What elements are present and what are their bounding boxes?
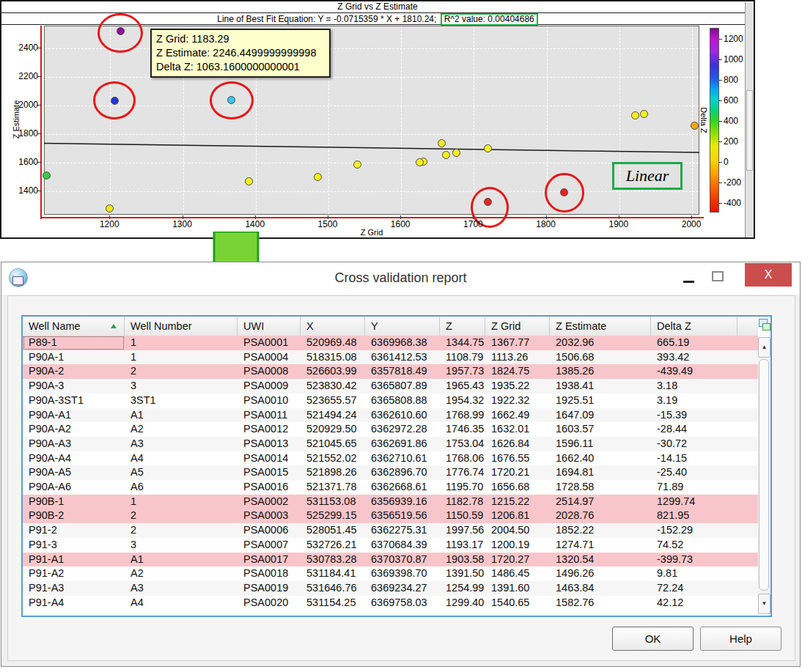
table-header-z-grid[interactable]: Z Grid: [485, 317, 550, 336]
table-cell: PSA0004: [238, 350, 301, 365]
table-header-x[interactable]: X: [301, 317, 365, 336]
annotation-circle-P90B-1: [98, 13, 143, 53]
table-cell: PSA0001: [238, 336, 301, 350]
scatter-point-P90A-1[interactable]: [43, 171, 51, 180]
scroll-down-button[interactable]: ▼: [758, 594, 770, 614]
table-cell: 1720.21: [485, 465, 550, 480]
table-header-delta-z[interactable]: Delta Z: [651, 317, 737, 336]
table-header-well-number[interactable]: Well Number: [125, 317, 238, 336]
ok-button[interactable]: OK: [612, 627, 694, 651]
colorbar-tick-mark: [719, 39, 722, 40]
gridline-horizontal: [45, 77, 699, 78]
table-cell: 1496.26: [550, 566, 651, 581]
table-cell: 521045.65: [301, 437, 365, 451]
table-cell: 1753.04: [440, 437, 485, 451]
table-options-icon-front: [762, 323, 770, 331]
scatter-point-P90A-A1[interactable]: [442, 151, 450, 159]
table-row-P90A-A6[interactable]: P90A-A6A6PSA0016521371.786362668.611195.…: [23, 480, 758, 495]
table-row-P91-A1[interactable]: P91-A1A1PSA0017530783.286370370.871903.5…: [23, 553, 758, 567]
table-row-P91-A2[interactable]: P91-A2A2PSA0018531184.416369398.701391.5…: [23, 566, 758, 581]
table-row-P90A-A3[interactable]: P90A-A3A3PSA0013521045.656362691.861753.…: [23, 437, 758, 451]
table-cell: 1954.32: [440, 394, 485, 408]
scrollbar-thumb[interactable]: [759, 359, 769, 591]
table-cell: 821.95: [651, 509, 737, 523]
table-cell: 1: [125, 336, 238, 350]
table-row-P90A-3[interactable]: P90A-33PSA0009523830.426365807.891965.43…: [23, 379, 758, 394]
scatter-point-P90A-3[interactable]: [640, 110, 648, 118]
table-header-y[interactable]: Y: [365, 317, 440, 336]
table-cell: P90A-2: [23, 364, 125, 379]
minimize-icon: [683, 281, 694, 283]
table-cell: PSA0002: [238, 495, 301, 509]
scatter-point-P90A-A4[interactable]: [452, 149, 460, 157]
table-cell: 1344.75: [440, 336, 485, 350]
scatter-point-P90A-A5[interactable]: [484, 144, 492, 152]
table-cell: A6: [125, 480, 238, 495]
table-cell: 1: [125, 350, 238, 365]
table-cell: 523830.42: [301, 379, 365, 394]
table-row-P90B-2[interactable]: P90B-22PSA0003525299.156356519.561150.59…: [23, 509, 758, 523]
colorbar-tick-label: 200: [724, 136, 738, 147]
table-header-uwi[interactable]: UWI: [238, 317, 301, 336]
close-button[interactable]: X: [745, 263, 792, 287]
table-row-P90B-1[interactable]: P90B-11PSA0002531153.086356939.161182.78…: [23, 495, 758, 509]
table-cell: 1582.76: [550, 596, 651, 610]
scatter-point-P91-A2[interactable]: [314, 173, 322, 181]
table-header-z[interactable]: Z: [440, 317, 485, 336]
table-cell: 71.89: [651, 480, 737, 495]
table-row-P90A-A4[interactable]: P90A-A4A4PSA0014521552.026362710.611768.…: [23, 451, 758, 466]
table-cell: 1486.45: [485, 566, 550, 581]
table-cell: 6370684.39: [365, 538, 440, 553]
table-row-P89-1[interactable]: P89-11PSA0001520969.486369968.381344.751…: [23, 336, 758, 350]
scatter-point-P90A-3ST1[interactable]: [631, 111, 639, 119]
scatter-point-P91-A4[interactable]: [353, 160, 361, 169]
table-cell: 1957.73: [440, 364, 485, 379]
dialog-titlebar[interactable]: Cross validation report X: [1, 262, 800, 295]
table-row-P91-2[interactable]: P91-22PSA0006528051.456362275.311997.562…: [23, 523, 758, 538]
table-cell: P89-1: [23, 336, 125, 350]
table-row-P90A-A2[interactable]: P90A-A2A2PSA0012520929.506362972.281746.…: [23, 422, 758, 437]
chart-scrollbar-thumb[interactable]: [746, 90, 753, 171]
gridline-horizontal: [45, 48, 699, 49]
y-tick-label: 2200: [10, 71, 38, 81]
table-header-z-estimate[interactable]: Z Estimate: [550, 317, 651, 336]
table-cell: 6362972.28: [365, 422, 440, 437]
chart-scrollbar[interactable]: [745, 2, 754, 237]
maximize-button[interactable]: [707, 267, 727, 287]
table-row-P91-A4[interactable]: P91-A4A4PSA0020531154.256369758.031299.4…: [23, 596, 758, 610]
maximize-icon: [712, 271, 724, 281]
tooltip-delta-z: Delta Z: 1063.1600000000001: [156, 60, 325, 74]
table-row-P91-3[interactable]: P91-33PSA0007532726.216370684.391193.171…: [23, 538, 758, 553]
gridline-horizontal: [45, 134, 699, 135]
gridline-vertical: [692, 26, 693, 214]
table-cell: 1320.54: [550, 553, 651, 567]
table-row-P90A-2[interactable]: P90A-22PSA0008526603.996357818.491957.73…: [23, 364, 758, 379]
table-cell: 1206.81: [485, 509, 550, 523]
colorbar-tick-mark: [719, 203, 722, 204]
scrollbar-track[interactable]: [758, 358, 770, 594]
table-cell: -25.40: [651, 465, 737, 480]
scatter-point-P91-3[interactable]: [106, 204, 114, 213]
table-row-P90A-1[interactable]: P90A-11PSA0004518315.086361412.531108.79…: [23, 350, 758, 365]
table-row-P91-A3[interactable]: P91-A3A3PSA0019531646.766369234.271254.9…: [23, 581, 758, 596]
table-cell: 1200.19: [485, 538, 550, 553]
table-side-gutter: ▲ ▼: [758, 317, 770, 616]
minimize-button[interactable]: [680, 268, 699, 289]
plot-area[interactable]: [44, 26, 699, 215]
table-header-well-name[interactable]: Well Name: [23, 317, 125, 336]
table-options-icon[interactable]: [759, 319, 770, 331]
table-cell: A2: [125, 422, 238, 437]
table-cell: P90A-A2: [23, 422, 125, 437]
help-button[interactable]: Help: [700, 627, 781, 651]
table-cell: 518315.08: [301, 350, 365, 365]
table-row-P90A-A1[interactable]: P90A-A1A1PSA0011521494.246362610.601768.…: [23, 408, 758, 423]
table-cell: 1195.70: [440, 480, 485, 495]
table-cell: P91-A2: [23, 566, 125, 581]
table-row-P90A-A5[interactable]: P90A-A5A5PSA0015521898.266362896.701776.…: [23, 465, 758, 480]
y-tick-label: 2400: [10, 43, 38, 53]
scroll-up-button[interactable]: ▲: [758, 337, 770, 358]
scatter-point-P91-A3[interactable]: [245, 177, 253, 185]
gridline-horizontal: [45, 191, 699, 192]
table-row-P90A-3ST1[interactable]: P90A-3ST13ST1PSA0010523655.576365808.881…: [23, 394, 758, 408]
table-cell: P90B-1: [23, 495, 125, 509]
